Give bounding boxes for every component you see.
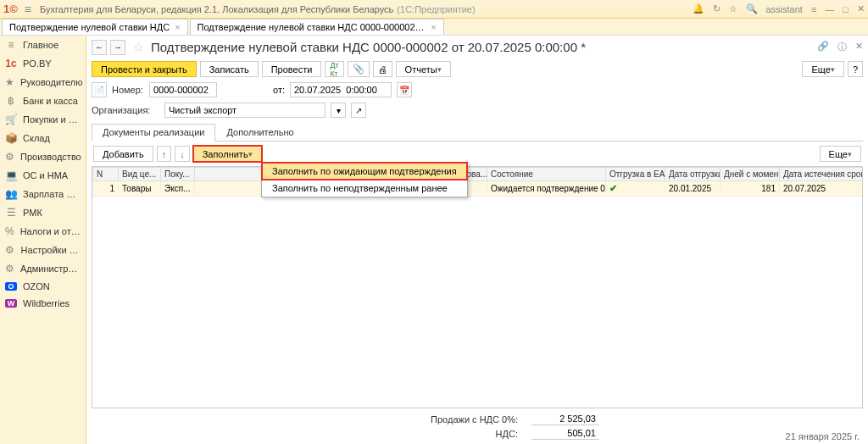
col-eaes[interactable]: Отгрузка в ЕАЭС [606, 168, 665, 181]
doc-header: ← → ☆ Подтверждение нулевой ставки НДС 0… [86, 36, 868, 58]
sidebar-item-warehouse[interactable]: 📦Склад [0, 129, 86, 147]
percent-icon: % [5, 225, 14, 237]
cell-type: Товары [119, 181, 161, 197]
sidebar-item-settings[interactable]: ⚙Настройки учета [0, 241, 86, 259]
link-icon[interactable]: 🔗 [817, 41, 829, 53]
number-input[interactable] [149, 82, 217, 97]
post-and-close-button[interactable]: Провести и закрыть [92, 61, 197, 77]
sidebar-item-wb[interactable]: WWildberries [0, 295, 86, 312]
footer: Продажи с НДС 0%: 2 525,03 НДС: 505,01 [86, 408, 868, 444]
minimize-icon[interactable]: — [825, 4, 834, 14]
org-label: Организация: [92, 105, 159, 115]
sidebar-item-poby[interactable]: 1cPO.BY [0, 54, 86, 73]
col-days[interactable]: Дней с момента ... [721, 168, 780, 181]
menu-icon[interactable]: ≡ [25, 3, 31, 16]
help-button[interactable]: ? [848, 61, 863, 77]
tab-documents[interactable]: Документы реализации [92, 124, 215, 142]
org-select-button[interactable]: ▾ [331, 103, 346, 118]
number-label: Номер: [112, 85, 144, 95]
doc-status-icon[interactable]: 📄 [92, 82, 107, 97]
dt-kt-button[interactable]: ДтКт [325, 61, 343, 77]
cart-icon: 🛒 [5, 114, 17, 125]
move-down-button[interactable]: ↓ [175, 146, 190, 162]
col-deadline[interactable]: Дата истечения срока 180 д... [780, 168, 864, 181]
forward-button[interactable]: → [110, 40, 125, 55]
sidebar-item-taxes[interactable]: %Налоги и отчетность [0, 222, 86, 241]
move-up-button[interactable]: ↑ [157, 146, 172, 162]
fill-dropdown-menu: Заполнить по ожидающим подтверждения Зап… [261, 162, 468, 197]
tab-0[interactable]: Подтверждение нулевой ставки НДС × [2, 19, 188, 35]
close-icon[interactable]: ✕ [857, 3, 865, 14]
reports-button[interactable]: Отчеты [396, 61, 451, 77]
info-icon[interactable]: ⓘ [837, 41, 847, 53]
computer-icon: 💻 [5, 169, 17, 181]
box-icon: 📦 [5, 132, 17, 144]
back-button[interactable]: ← [92, 40, 107, 55]
sidebar-item-production[interactable]: ⚙Производство [0, 147, 86, 166]
star-icon[interactable]: ☆ [729, 3, 737, 14]
footer-vat-value: 505,01 [531, 427, 599, 440]
sidebar-item-assets[interactable]: 💻ОС и НМА [0, 166, 86, 185]
sidebar: ≡Главное 1cPO.BY ★Руководителю ฿Банк и к… [0, 36, 86, 444]
date-label: от: [273, 85, 285, 95]
bell-icon[interactable]: 🔔 [693, 3, 704, 14]
tab-1[interactable]: Подтверждение нулевой ставки НДС 0000-00… [190, 19, 444, 35]
tab-close-icon[interactable]: × [175, 22, 180, 32]
date-input[interactable] [290, 82, 392, 97]
bank-icon: ฿ [5, 95, 17, 107]
search-icon[interactable]: 🔍 [746, 3, 758, 14]
history-icon[interactable]: ↻ [713, 3, 721, 14]
col-type[interactable]: Вид це... [119, 168, 161, 181]
table-row[interactable]: 1 Товары Эксп... 2 525,03 20% 505,01 Ожи… [93, 181, 864, 197]
col-ship-date[interactable]: Дата отгрузки [665, 168, 721, 181]
tabs-bar: Подтверждение нулевой ставки НДС × Подтв… [0, 19, 868, 36]
maximize-icon[interactable]: □ [843, 4, 849, 14]
tab-additional[interactable]: Дополнительно [215, 124, 304, 141]
add-button[interactable]: Добавить [93, 146, 153, 162]
fill-by-unconfirmed[interactable]: Заполнить по неподтвержденным ранее [262, 180, 467, 197]
gear-icon: ⚙ [5, 151, 14, 163]
1c-icon: 1c [5, 58, 17, 69]
documents-grid[interactable]: N Вид це... Поку... дажи с НДС 0% Ставка… [92, 166, 863, 408]
col-n[interactable]: N [93, 168, 119, 181]
sidebar-item-ozon[interactable]: OOZON [0, 278, 86, 295]
more-button[interactable]: Еще [802, 61, 843, 77]
fill-by-pending[interactable]: Заполнить по ожидающим подтверждения [262, 163, 467, 180]
post-button[interactable]: Провести [262, 61, 322, 77]
sidebar-item-bank[interactable]: ฿Банк и касса [0, 92, 86, 110]
app-title: Бухгалтерия для Беларуси, редакция 2.1. … [40, 4, 393, 14]
org-open-button[interactable]: ↗ [351, 103, 366, 118]
main-area: ← → ☆ Подтверждение нулевой ставки НДС 0… [86, 36, 868, 444]
cell-eaes[interactable]: ✔ [606, 181, 665, 197]
attach-button[interactable]: 📎 [348, 61, 370, 77]
favorite-star-icon[interactable]: ☆ [132, 39, 144, 55]
settings-icon[interactable]: ≡ [811, 4, 816, 14]
sidebar-item-sales[interactable]: 🛒Покупки и продажи [0, 110, 86, 129]
write-button[interactable]: Записать [200, 61, 259, 77]
gear-icon: ⚙ [5, 263, 14, 275]
col-buyer[interactable]: Поку... [161, 168, 195, 181]
tab-toolbar: Добавить ↑ ↓ Заполнить Заполнить по ожид… [86, 142, 868, 166]
close-doc-icon[interactable]: ✕ [855, 41, 863, 53]
cell-days: 181 [721, 181, 780, 197]
cell-deadline: 20.07.2025 [780, 181, 864, 197]
inner-tabs: Документы реализации Дополнительно [92, 124, 863, 142]
col-state[interactable]: Состояние [487, 168, 606, 181]
org-input[interactable] [164, 103, 326, 118]
tab-close-icon[interactable]: × [431, 22, 436, 32]
grid-more-button[interactable]: Еще [820, 146, 861, 162]
people-icon: 👥 [5, 188, 17, 200]
print-button[interactable]: 🖨 [373, 61, 392, 77]
user-label[interactable]: assistant [766, 4, 803, 14]
fill-button[interactable]: Заполнить [193, 146, 262, 162]
sidebar-item-salary[interactable]: 👥Зарплата и кадры [0, 185, 86, 203]
sidebar-item-manager[interactable]: ★Руководителю [0, 73, 86, 92]
document-title: Подтверждение нулевой ставки НДС 0000-00… [151, 40, 586, 54]
sidebar-item-main[interactable]: ≡Главное [0, 36, 86, 54]
ozon-icon: O [5, 282, 17, 291]
sidebar-item-rmk[interactable]: ☰РМК [0, 203, 86, 222]
star-icon: ★ [5, 76, 14, 88]
sidebar-item-admin[interactable]: ⚙Администрирование [0, 259, 86, 278]
calendar-button[interactable]: 📅 [397, 82, 412, 97]
cell-state: Ожидается подтверждение 0% [487, 181, 606, 197]
